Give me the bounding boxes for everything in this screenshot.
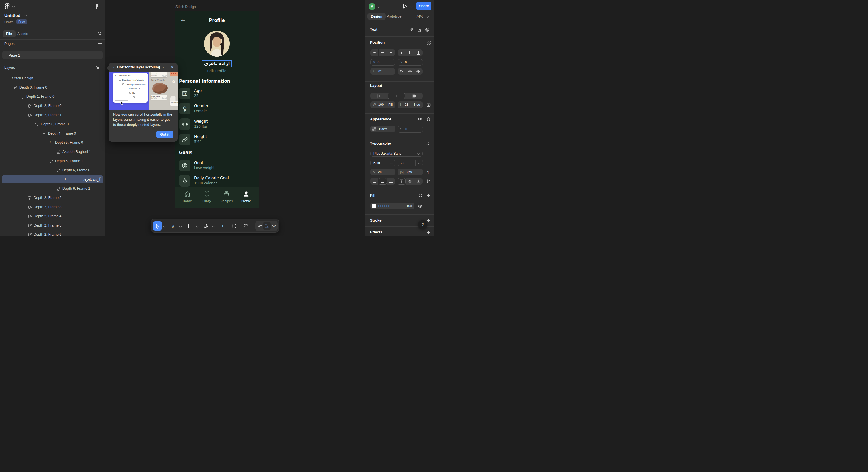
flip-vertical-button[interactable] (414, 68, 423, 75)
toggle-sidebar-icon[interactable] (96, 4, 96, 9)
align-bottom-button[interactable] (414, 50, 423, 56)
fill-visibility-eye-icon[interactable] (417, 203, 423, 209)
layer-row[interactable]: Depth 2, Frame 6 (0, 230, 105, 236)
layer-row[interactable]: Depth 2, Frame 3 (0, 202, 105, 212)
pen-tool-button[interactable] (202, 222, 211, 231)
shape-tool-chevron-icon[interactable] (196, 225, 198, 227)
visibility-eye-icon[interactable] (417, 116, 423, 122)
figma-logo-icon[interactable] (5, 3, 10, 11)
layer-row[interactable]: Depth 3, Frame 0 (0, 120, 105, 129)
add-fill-icon[interactable] (425, 192, 431, 199)
layer-row[interactable]: Depth 6, Frame 0 (0, 166, 105, 175)
layer-row[interactable]: Depth 2, Frame 1 (0, 110, 105, 120)
shape-tool-button[interactable] (186, 222, 195, 231)
layer-row[interactable]: Depth 6, Frame 1 (0, 184, 105, 193)
tab-assets[interactable]: Assets (17, 32, 28, 36)
apply-library-icon[interactable] (416, 26, 423, 33)
align-h-center-button[interactable] (378, 50, 386, 56)
remove-fill-icon[interactable] (425, 203, 431, 209)
flip-horizontal-button[interactable] (406, 68, 414, 75)
text-align-right-button[interactable] (387, 178, 395, 184)
info-item-weight[interactable]: Weight 120 lbs (179, 118, 255, 130)
edit-profile-link[interactable]: Edit Profile (175, 69, 258, 73)
rotate-button[interactable] (398, 68, 406, 75)
align-right-button[interactable] (387, 50, 395, 56)
layer-row[interactable]: Depth 2, Frame 2 (0, 193, 105, 202)
frame-center-icon[interactable] (425, 39, 432, 46)
code-mode-icon[interactable]: </> (272, 224, 276, 227)
align-top-button[interactable] (398, 50, 406, 56)
fill-color-row[interactable]: FFFFFF 100 % (370, 203, 414, 209)
layer-row[interactable]: Azadeh Bagheri 1 (0, 147, 105, 156)
user-chevron-icon[interactable] (377, 5, 379, 8)
layer-row[interactable]: Depth 4, Frame 0 (0, 129, 105, 138)
comment-tool-button[interactable] (229, 222, 239, 231)
rotation-input[interactable]: ∟0° (370, 68, 395, 75)
pen-tool-chevron-icon[interactable] (212, 225, 214, 227)
align-left-button[interactable] (370, 50, 378, 56)
help-button[interactable]: ? (418, 220, 427, 229)
type-settings-icon[interactable] (425, 178, 431, 184)
corner-radius-input[interactable]: 0 (398, 126, 423, 132)
file-menu-chevron-icon[interactable] (12, 5, 14, 7)
nav-diary[interactable]: Diary (197, 187, 216, 208)
present-chevron-icon[interactable] (411, 5, 413, 8)
frame-tool-button[interactable]: # (168, 222, 178, 231)
layer-row[interactable]: Depth 0, Frame 0 (0, 83, 105, 92)
nav-profile[interactable]: Profile (237, 187, 255, 208)
layer-row-selected[interactable]: آزاده باقری (0, 175, 105, 184)
x-position-input[interactable]: X0 (370, 59, 395, 65)
fill-styles-icon[interactable] (417, 192, 424, 199)
got-it-button[interactable]: Got it (156, 131, 174, 138)
align-v-center-button[interactable] (406, 50, 414, 56)
fill-swatch[interactable] (372, 204, 376, 208)
file-location[interactable]: Drafts (4, 20, 13, 24)
page-item[interactable]: Page 1 (2, 51, 102, 59)
vertical-align-top-button[interactable] (398, 178, 406, 184)
layer-row[interactable]: Depth 2, Frame 0 (0, 101, 105, 110)
file-title-chevron-icon[interactable] (25, 14, 27, 17)
opacity-input[interactable]: 100% (370, 126, 395, 132)
font-weight-select[interactable]: Bold (370, 159, 395, 166)
line-height-input[interactable]: A 28 (370, 169, 395, 175)
user-avatar[interactable]: A (369, 3, 375, 10)
share-button[interactable]: Share (416, 2, 431, 10)
dev-mode-toggle[interactable] (263, 222, 271, 230)
autolayout-vertical-button[interactable] (388, 93, 405, 99)
nav-home[interactable]: Home (178, 187, 196, 208)
vertical-align-bottom-button[interactable] (414, 178, 423, 184)
tab-file[interactable]: File (3, 30, 16, 37)
close-icon[interactable]: ✕ (170, 65, 175, 69)
layer-row[interactable]: Depth 1, Frame 0 (0, 92, 105, 101)
text-align-left-button[interactable] (370, 178, 378, 184)
copy-link-icon[interactable] (408, 26, 414, 33)
font-size-input[interactable]: 22 (398, 159, 423, 166)
layer-row[interactable]: Stitch Design (0, 73, 105, 83)
draw-mode-icon[interactable] (258, 224, 262, 229)
move-tool-chevron-icon[interactable] (163, 225, 165, 227)
text-tool-button[interactable]: T (218, 222, 227, 231)
info-item-age[interactable]: 12 Age 25 (179, 88, 255, 99)
resize-constraints-icon[interactable] (425, 102, 432, 108)
tab-design[interactable]: Design (367, 13, 386, 20)
canvas-frame-label[interactable]: Stitch Design (176, 5, 196, 9)
layer-row[interactable]: Depth 5, Frame 1 (0, 156, 105, 166)
zoom-chevron-icon[interactable] (427, 15, 429, 18)
goal-item[interactable]: Goal Lose weight (179, 160, 255, 171)
layer-row[interactable]: Depth 5, Frame 0 (0, 138, 105, 147)
autolayout-wrap-button[interactable] (405, 93, 423, 99)
paragraph-direction-icon[interactable]: ¶ (425, 169, 431, 175)
letter-spacing-input[interactable]: |A| 0px (398, 169, 423, 175)
height-input[interactable]: H28Hug (398, 101, 423, 108)
component-styles-icon[interactable] (424, 26, 430, 33)
frame-tool-chevron-icon[interactable] (179, 225, 182, 227)
layer-row[interactable]: Depth 2, Frame 5 (0, 221, 105, 230)
nav-recipes[interactable]: Recipes (217, 187, 236, 208)
file-title[interactable]: Untitled (4, 13, 21, 18)
text-align-center-button[interactable] (378, 178, 386, 184)
present-play-icon[interactable] (402, 4, 407, 10)
text-styles-icon[interactable] (425, 140, 431, 147)
layer-row[interactable]: Depth 2, Frame 4 (0, 212, 105, 221)
autolayout-horizontal-button[interactable] (370, 93, 388, 99)
font-family-select[interactable]: Plus Jakarta Sans (370, 151, 423, 157)
